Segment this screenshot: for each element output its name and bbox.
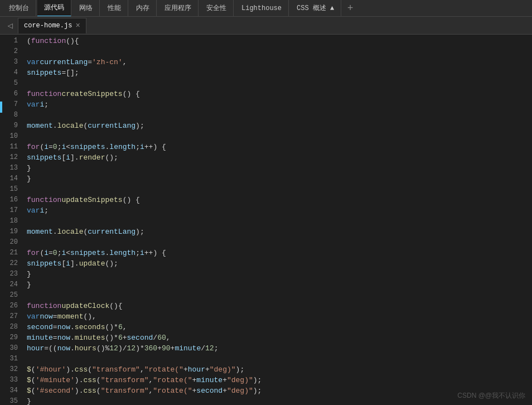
tab-network[interactable]: 网络 [72, 0, 100, 17]
code-line: function createSnippets () { [27, 89, 532, 99]
code-line: snippets = []; [27, 68, 532, 78]
line-number: 9 [0, 120, 18, 131]
devtools-tab-bar: 控制台 源代码 网络 性能 内存 应用程序 安全性 Lighthouse CSS… [0, 0, 532, 17]
back-button[interactable]: ◁ [2, 18, 18, 33]
code-line: $('#minute').css("transform", "rotate(" … [27, 375, 532, 385]
code-line: var currentLang = 'zh-cn', [27, 57, 532, 68]
line-number: 35 [0, 396, 18, 405]
line-number: 15 [0, 184, 18, 195]
tab-performance[interactable]: 性能 [101, 0, 128, 17]
code-line: $('#second').css("transform", "rotate(" … [27, 385, 532, 396]
code-line: moment.locale(currentLang); [27, 226, 532, 237]
line-number: 33 [0, 375, 18, 385]
code-line: moment.locale(currentLang); [27, 120, 532, 131]
line-number: 4 [0, 68, 18, 78]
side-accent-bar [0, 102, 2, 113]
tab-sources[interactable]: 源代码 [37, 0, 71, 17]
line-number: 6 [0, 89, 18, 99]
code-line: var now = moment(), [27, 311, 532, 322]
line-number: 25 [0, 290, 18, 301]
line-number: 29 [0, 332, 18, 343]
line-number: 30 [0, 343, 18, 354]
code-column[interactable]: (function(){ var currentLang = 'zh-cn', … [23, 35, 532, 405]
editor-body: 1234567891011121314151617181920212223242… [0, 35, 532, 405]
code-line: (function(){ [27, 36, 532, 46]
line-number: 2 [0, 46, 18, 57]
line-number: 11 [0, 142, 18, 152]
code-line: for (i = 0; i < snippets.length; i++) { [27, 248, 532, 258]
code-line: var i; [27, 99, 532, 110]
code-line [27, 78, 532, 89]
tab-application[interactable]: 应用程序 [158, 0, 199, 17]
code-line: var i; [27, 205, 532, 216]
line-number: 10 [0, 131, 18, 142]
line-number: 27 [0, 311, 18, 322]
code-line: } [27, 269, 532, 279]
line-number: 21 [0, 248, 18, 258]
line-number: 14 [0, 173, 18, 184]
code-line: } [27, 279, 532, 290]
code-line: snippets[i].render(); [27, 152, 532, 163]
file-tab-bar: ◁ core-home.js × [0, 17, 532, 35]
line-number: 18 [0, 216, 18, 226]
tab-css-overview[interactable]: CSS 概述 ▲ [290, 0, 341, 17]
editor-container: 1234567891011121314151617181920212223242… [0, 35, 532, 405]
line-number: 26 [0, 301, 18, 311]
line-number: 1 [0, 36, 18, 46]
line-number-column: 1234567891011121314151617181920212223242… [0, 35, 23, 405]
code-line: snippets[i].update(); [27, 258, 532, 269]
line-number: 28 [0, 322, 18, 332]
line-number: 12 [0, 152, 18, 163]
code-line [27, 110, 532, 120]
code-line: minute = now.minutes() * 6 + second / 60… [27, 332, 532, 343]
code-line [27, 216, 532, 226]
line-number: 8 [0, 110, 18, 120]
watermark: CSDN @@我不认识你 [457, 391, 525, 401]
code-line [27, 290, 532, 301]
line-number: 19 [0, 226, 18, 237]
line-number: 20 [0, 237, 18, 248]
line-number: 5 [0, 78, 18, 89]
line-number: 13 [0, 163, 18, 173]
code-line: $('#hour').css("transform", "rotate(" + … [27, 364, 532, 375]
code-line [27, 354, 532, 364]
line-number: 16 [0, 195, 18, 205]
code-line: function updateSnippets () { [27, 195, 532, 205]
code-line [27, 46, 532, 57]
line-number: 24 [0, 279, 18, 290]
file-tab-label: core-home.js [24, 22, 72, 30]
tab-console[interactable]: 控制台 [2, 0, 36, 17]
code-line: function updateClock(){ [27, 301, 532, 311]
file-tab-core-home[interactable]: core-home.js × [18, 18, 86, 33]
code-line: } [27, 173, 532, 184]
code-line: second = now.seconds() * 6, [27, 322, 532, 332]
line-number: 32 [0, 364, 18, 375]
code-line: for (i = 0; i < snippets.length; i++) { [27, 142, 532, 152]
code-line [27, 131, 532, 142]
tab-lighthouse[interactable]: Lighthouse [235, 0, 289, 17]
line-number: 17 [0, 205, 18, 216]
code-line [27, 237, 532, 248]
code-line: } [27, 163, 532, 173]
code-line [27, 184, 532, 195]
line-number: 22 [0, 258, 18, 269]
tab-add-button[interactable]: + [342, 0, 358, 17]
line-number: 23 [0, 269, 18, 279]
code-line: } [27, 396, 532, 405]
line-number: 31 [0, 354, 18, 364]
line-number: 7 [0, 99, 18, 110]
tab-memory[interactable]: 内存 [129, 0, 157, 17]
line-number: 3 [0, 57, 18, 68]
code-line: hour = ((now.hours() % 12) / 12) * 360 +… [27, 343, 532, 354]
file-tab-close-button[interactable]: × [75, 22, 80, 30]
line-number: 34 [0, 385, 18, 396]
tab-security[interactable]: 安全性 [200, 0, 234, 17]
